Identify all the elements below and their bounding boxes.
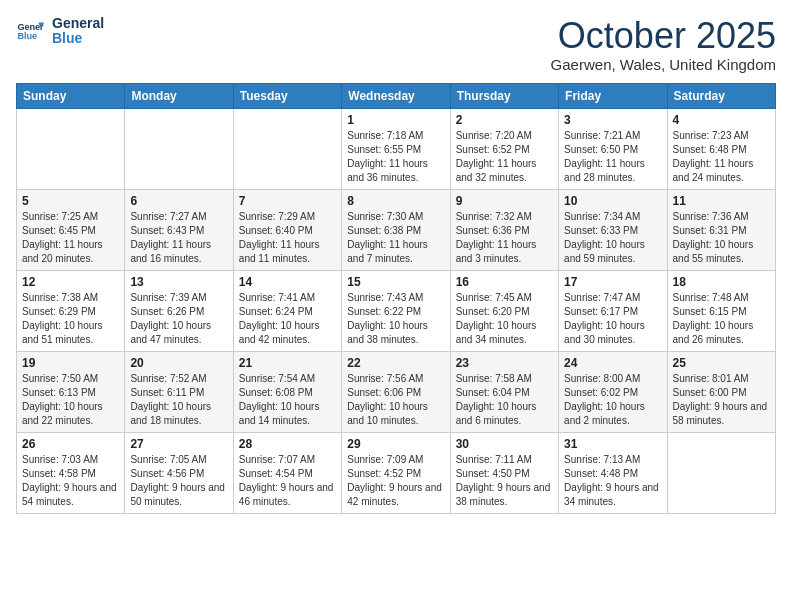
day-number: 4 [673, 113, 770, 127]
calendar-cell: 10Sunrise: 7:34 AMSunset: 6:33 PMDayligh… [559, 189, 667, 270]
calendar-cell: 23Sunrise: 7:58 AMSunset: 6:04 PMDayligh… [450, 351, 558, 432]
day-number: 8 [347, 194, 444, 208]
day-number: 20 [130, 356, 227, 370]
calendar-subtitle: Gaerwen, Wales, United Kingdom [551, 56, 776, 73]
day-info: Sunrise: 7:20 AMSunset: 6:52 PMDaylight:… [456, 129, 553, 185]
day-number: 29 [347, 437, 444, 451]
day-number: 15 [347, 275, 444, 289]
day-number: 11 [673, 194, 770, 208]
calendar-table: SundayMondayTuesdayWednesdayThursdayFrid… [16, 83, 776, 514]
weekday-header-row: SundayMondayTuesdayWednesdayThursdayFrid… [17, 83, 776, 108]
day-number: 6 [130, 194, 227, 208]
day-info: Sunrise: 7:58 AMSunset: 6:04 PMDaylight:… [456, 372, 553, 428]
calendar-cell: 13Sunrise: 7:39 AMSunset: 6:26 PMDayligh… [125, 270, 233, 351]
day-number: 7 [239, 194, 336, 208]
calendar-cell: 4Sunrise: 7:23 AMSunset: 6:48 PMDaylight… [667, 108, 775, 189]
calendar-cell: 14Sunrise: 7:41 AMSunset: 6:24 PMDayligh… [233, 270, 341, 351]
calendar-cell [233, 108, 341, 189]
calendar-title: October 2025 [551, 16, 776, 56]
day-info: Sunrise: 7:30 AMSunset: 6:38 PMDaylight:… [347, 210, 444, 266]
calendar-cell: 15Sunrise: 7:43 AMSunset: 6:22 PMDayligh… [342, 270, 450, 351]
day-number: 19 [22, 356, 119, 370]
day-number: 21 [239, 356, 336, 370]
calendar-cell: 31Sunrise: 7:13 AMSunset: 4:48 PMDayligh… [559, 432, 667, 513]
day-info: Sunrise: 7:25 AMSunset: 6:45 PMDaylight:… [22, 210, 119, 266]
calendar-cell: 29Sunrise: 7:09 AMSunset: 4:52 PMDayligh… [342, 432, 450, 513]
calendar-cell: 27Sunrise: 7:05 AMSunset: 4:56 PMDayligh… [125, 432, 233, 513]
day-number: 18 [673, 275, 770, 289]
day-info: Sunrise: 7:27 AMSunset: 6:43 PMDaylight:… [130, 210, 227, 266]
day-number: 23 [456, 356, 553, 370]
weekday-header: Thursday [450, 83, 558, 108]
day-number: 22 [347, 356, 444, 370]
calendar-cell: 22Sunrise: 7:56 AMSunset: 6:06 PMDayligh… [342, 351, 450, 432]
day-info: Sunrise: 7:56 AMSunset: 6:06 PMDaylight:… [347, 372, 444, 428]
calendar-cell: 21Sunrise: 7:54 AMSunset: 6:08 PMDayligh… [233, 351, 341, 432]
calendar-cell: 5Sunrise: 7:25 AMSunset: 6:45 PMDaylight… [17, 189, 125, 270]
day-info: Sunrise: 7:39 AMSunset: 6:26 PMDaylight:… [130, 291, 227, 347]
day-number: 28 [239, 437, 336, 451]
day-number: 25 [673, 356, 770, 370]
day-info: Sunrise: 7:32 AMSunset: 6:36 PMDaylight:… [456, 210, 553, 266]
calendar-week-row: 19Sunrise: 7:50 AMSunset: 6:13 PMDayligh… [17, 351, 776, 432]
calendar-cell: 28Sunrise: 7:07 AMSunset: 4:54 PMDayligh… [233, 432, 341, 513]
calendar-week-row: 1Sunrise: 7:18 AMSunset: 6:55 PMDaylight… [17, 108, 776, 189]
day-info: Sunrise: 7:50 AMSunset: 6:13 PMDaylight:… [22, 372, 119, 428]
calendar-cell [667, 432, 775, 513]
day-number: 26 [22, 437, 119, 451]
logo-text: GeneralBlue [52, 16, 104, 47]
calendar-cell: 8Sunrise: 7:30 AMSunset: 6:38 PMDaylight… [342, 189, 450, 270]
day-number: 13 [130, 275, 227, 289]
day-info: Sunrise: 7:38 AMSunset: 6:29 PMDaylight:… [22, 291, 119, 347]
calendar-cell: 19Sunrise: 7:50 AMSunset: 6:13 PMDayligh… [17, 351, 125, 432]
calendar-cell: 2Sunrise: 7:20 AMSunset: 6:52 PMDaylight… [450, 108, 558, 189]
day-info: Sunrise: 7:09 AMSunset: 4:52 PMDaylight:… [347, 453, 444, 509]
weekday-header: Monday [125, 83, 233, 108]
day-number: 2 [456, 113, 553, 127]
day-info: Sunrise: 7:54 AMSunset: 6:08 PMDaylight:… [239, 372, 336, 428]
day-info: Sunrise: 8:01 AMSunset: 6:00 PMDaylight:… [673, 372, 770, 428]
calendar-cell: 12Sunrise: 7:38 AMSunset: 6:29 PMDayligh… [17, 270, 125, 351]
day-info: Sunrise: 7:13 AMSunset: 4:48 PMDaylight:… [564, 453, 661, 509]
calendar-cell [125, 108, 233, 189]
calendar-week-row: 5Sunrise: 7:25 AMSunset: 6:45 PMDaylight… [17, 189, 776, 270]
calendar-cell: 7Sunrise: 7:29 AMSunset: 6:40 PMDaylight… [233, 189, 341, 270]
calendar-cell: 11Sunrise: 7:36 AMSunset: 6:31 PMDayligh… [667, 189, 775, 270]
page-header: General Blue GeneralBlue October 2025 Ga… [16, 16, 776, 73]
weekday-header: Tuesday [233, 83, 341, 108]
svg-text:Blue: Blue [17, 32, 37, 42]
day-info: Sunrise: 7:18 AMSunset: 6:55 PMDaylight:… [347, 129, 444, 185]
calendar-cell: 30Sunrise: 7:11 AMSunset: 4:50 PMDayligh… [450, 432, 558, 513]
calendar-cell: 25Sunrise: 8:01 AMSunset: 6:00 PMDayligh… [667, 351, 775, 432]
day-info: Sunrise: 7:03 AMSunset: 4:58 PMDaylight:… [22, 453, 119, 509]
day-info: Sunrise: 7:36 AMSunset: 6:31 PMDaylight:… [673, 210, 770, 266]
day-number: 5 [22, 194, 119, 208]
day-info: Sunrise: 7:47 AMSunset: 6:17 PMDaylight:… [564, 291, 661, 347]
day-number: 12 [22, 275, 119, 289]
day-number: 9 [456, 194, 553, 208]
day-number: 24 [564, 356, 661, 370]
weekday-header: Wednesday [342, 83, 450, 108]
day-number: 17 [564, 275, 661, 289]
day-info: Sunrise: 7:34 AMSunset: 6:33 PMDaylight:… [564, 210, 661, 266]
day-number: 27 [130, 437, 227, 451]
day-info: Sunrise: 7:07 AMSunset: 4:54 PMDaylight:… [239, 453, 336, 509]
weekday-header: Friday [559, 83, 667, 108]
day-number: 14 [239, 275, 336, 289]
day-number: 31 [564, 437, 661, 451]
calendar-cell: 17Sunrise: 7:47 AMSunset: 6:17 PMDayligh… [559, 270, 667, 351]
title-area: October 2025 Gaerwen, Wales, United King… [551, 16, 776, 73]
day-info: Sunrise: 7:11 AMSunset: 4:50 PMDaylight:… [456, 453, 553, 509]
calendar-cell: 3Sunrise: 7:21 AMSunset: 6:50 PMDaylight… [559, 108, 667, 189]
weekday-header: Sunday [17, 83, 125, 108]
calendar-cell: 26Sunrise: 7:03 AMSunset: 4:58 PMDayligh… [17, 432, 125, 513]
day-info: Sunrise: 7:48 AMSunset: 6:15 PMDaylight:… [673, 291, 770, 347]
day-info: Sunrise: 7:05 AMSunset: 4:56 PMDaylight:… [130, 453, 227, 509]
day-number: 1 [347, 113, 444, 127]
day-number: 3 [564, 113, 661, 127]
day-info: Sunrise: 7:52 AMSunset: 6:11 PMDaylight:… [130, 372, 227, 428]
day-info: Sunrise: 7:45 AMSunset: 6:20 PMDaylight:… [456, 291, 553, 347]
calendar-cell: 6Sunrise: 7:27 AMSunset: 6:43 PMDaylight… [125, 189, 233, 270]
calendar-cell [17, 108, 125, 189]
calendar-week-row: 26Sunrise: 7:03 AMSunset: 4:58 PMDayligh… [17, 432, 776, 513]
